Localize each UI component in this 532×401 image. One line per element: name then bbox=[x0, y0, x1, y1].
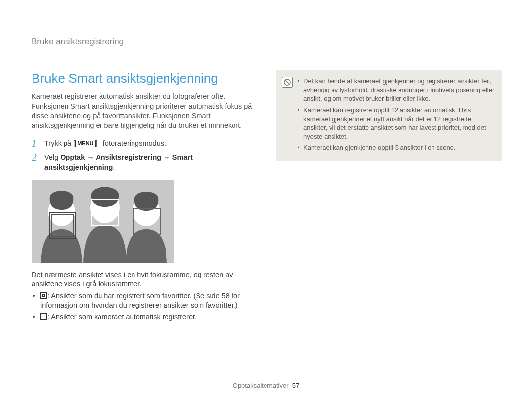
intro-paragraph: Kameraet registrerer automatisk ansikter… bbox=[32, 92, 258, 130]
focus-frame-primary-icon bbox=[91, 199, 119, 226]
note-icon bbox=[282, 77, 293, 88]
bullet-dot: • bbox=[32, 291, 36, 310]
legend-fav-text: : Ansikter som du har registrert som fav… bbox=[40, 292, 240, 309]
arrow: → bbox=[161, 154, 172, 161]
note-item: Det kan hende at kameraet gjenkjenner og… bbox=[298, 77, 495, 104]
step2-period: . bbox=[113, 163, 115, 171]
legend-auto-text: : Ansikter som kameraet automatisk regis… bbox=[47, 313, 197, 321]
page-number: 57 bbox=[292, 382, 299, 389]
right-column: Det kan hende at kameraet gjenkjenner og… bbox=[276, 70, 502, 322]
face-illustration bbox=[32, 180, 174, 263]
note-list: Det kan hende at kameraet gjenkjenner og… bbox=[298, 77, 495, 154]
focus-frame-auto-icon bbox=[133, 208, 161, 235]
steps-list: 1 Trykk på [MENU] i fotorateringsmodus. … bbox=[32, 137, 258, 172]
step-body: Trykk på [MENU] i fotorateringsmodus. bbox=[44, 137, 258, 149]
bullet-dot: • bbox=[32, 312, 36, 322]
note-item: Kameraet kan gjenkjenne opptil 5 ansikte… bbox=[298, 143, 495, 152]
legend-favorite: • : Ansikter som du har registrert som f… bbox=[32, 291, 258, 310]
section-header: Bruke ansiktsregistrering bbox=[32, 36, 502, 50]
page-footer: Opptaksalternativer 57 bbox=[0, 381, 532, 390]
single-frame-icon bbox=[40, 313, 47, 320]
footer-label: Opptaksalternativer bbox=[233, 382, 289, 389]
step-2: 2 Velg Opptak → Ansiktsregistrering → Sm… bbox=[32, 152, 258, 172]
step2-pre: Velg bbox=[44, 154, 60, 161]
step2-bold2: Ansiktsregistrering bbox=[96, 154, 161, 161]
note-box: Det kan hende at kameraet gjenkjenner og… bbox=[276, 70, 502, 161]
step-number: 1 bbox=[32, 137, 40, 149]
two-column-layout: Bruke Smart ansiktsgjenkjenning Kameraet… bbox=[32, 70, 502, 322]
note-item: Kameraet kan registrere opptil 12 ansikt… bbox=[298, 106, 495, 142]
legend-body: : Ansikter som kameraet automatisk regis… bbox=[40, 312, 197, 322]
step1-pre: Trykk på [ bbox=[44, 139, 75, 147]
post-image-paragraph: Det nærmeste ansiktet vises i en hvit fo… bbox=[32, 270, 258, 289]
focus-frame-favorite-icon bbox=[49, 212, 76, 239]
legend-body: : Ansikter som du har registrert som fav… bbox=[40, 291, 258, 310]
step1-post: ] i fotorateringsmodus. bbox=[96, 139, 166, 147]
step2-bold1: Opptak bbox=[60, 154, 85, 161]
left-column: Bruke Smart ansiktsgjenkjenning Kameraet… bbox=[32, 70, 258, 322]
step-body: Velg Opptak → Ansiktsregistrering → Smar… bbox=[44, 152, 258, 172]
menu-key-icon: MENU bbox=[75, 140, 95, 147]
step-number: 2 bbox=[32, 152, 40, 172]
double-frame-icon bbox=[40, 292, 47, 299]
frame-legend: • : Ansikter som du har registrert som f… bbox=[32, 291, 258, 322]
legend-auto: • : Ansikter som kameraet automatisk reg… bbox=[32, 312, 258, 322]
page-title: Bruke Smart ansiktsgjenkjenning bbox=[32, 70, 258, 87]
arrow: → bbox=[85, 154, 96, 161]
step-1: 1 Trykk på [MENU] i fotorateringsmodus. bbox=[32, 137, 258, 149]
